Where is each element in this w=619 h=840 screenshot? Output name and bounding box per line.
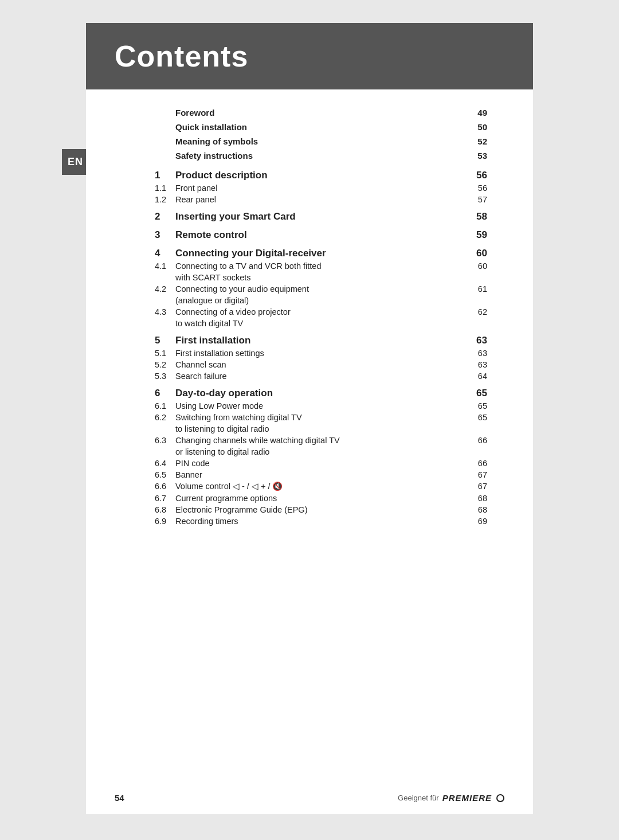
toc-num: 5.3 xyxy=(155,370,175,382)
toc-label: Meaning of symbols xyxy=(175,135,459,147)
toc-page: 56 xyxy=(459,169,487,182)
brand-text: Geeignet für xyxy=(398,794,439,802)
toc-label: Changing channels while watching digital… xyxy=(175,435,459,446)
toc-page: 59 xyxy=(459,228,487,242)
toc-label: Using Low Power mode xyxy=(175,400,459,412)
toc-section-row: 6 Day-to-day operation 65 xyxy=(155,386,487,400)
toc-label: Connecting to a TV and VCR both fitted xyxy=(175,260,459,272)
toc-sub-row: 6.2 Switching from watching digital TV 6… xyxy=(155,412,487,423)
toc-page: 68 xyxy=(459,493,487,504)
page-title: Contents xyxy=(115,40,248,73)
toc-page: 68 xyxy=(459,504,487,515)
toc-label-cont: with SCART sockets xyxy=(175,272,459,283)
toc-label: Banner xyxy=(175,469,459,480)
toc-label-cont: to listening to digital radio xyxy=(175,423,459,435)
toc-sub-row: 6.1 Using Low Power mode 65 xyxy=(155,400,487,412)
toc-sub-row: 1.1 Front panel 56 xyxy=(155,182,487,194)
toc-num xyxy=(155,121,175,133)
toc-label: Inserting your Smart Card xyxy=(175,210,459,224)
toc-num: 6.1 xyxy=(155,400,175,412)
toc-section-row: 2 Inserting your Smart Card 58 xyxy=(155,210,487,224)
toc-num xyxy=(155,135,175,147)
toc-label: Search failure xyxy=(175,370,459,382)
toc-label: Volume control ◁ - / ◁ + / 🔇 xyxy=(175,480,459,493)
toc-label: Front panel xyxy=(175,182,459,194)
toc-page: 49 xyxy=(459,107,487,119)
toc-num: 5.2 xyxy=(155,359,175,370)
toc-label: Electronic Programme Guide (EPG) xyxy=(175,504,459,515)
toc-label: Product description xyxy=(175,169,459,182)
toc-sub-row: 6.4 PIN code 66 xyxy=(155,458,487,469)
toc-label: Foreword xyxy=(175,107,459,119)
footer-page-number: 54 xyxy=(115,793,124,803)
toc-label: Recording timers xyxy=(175,515,459,527)
header-bar: Contents xyxy=(86,23,533,89)
toc-label: Quick installation xyxy=(175,121,459,133)
toc-page: 65 xyxy=(459,400,487,412)
toc-section-row: 5 First installation 63 xyxy=(155,334,487,347)
toc-sub-row: 5.1 First installation settings 63 xyxy=(155,347,487,359)
toc-label: Switching from watching digital TV xyxy=(175,412,459,423)
toc-label: First installation xyxy=(175,334,459,347)
toc-sub-row: 5.2 Channel scan 63 xyxy=(155,359,487,370)
toc-label: Channel scan xyxy=(175,359,459,370)
footer-brand: Geeignet für PREMIERE xyxy=(398,793,504,803)
toc-num xyxy=(155,107,175,119)
toc-num: 1.1 xyxy=(155,182,175,194)
toc-page: 63 xyxy=(459,359,487,370)
toc-page: 60 xyxy=(459,260,487,272)
toc-sub-row-cont: with SCART sockets xyxy=(155,272,487,283)
footer: 54 Geeignet für PREMIERE xyxy=(86,793,533,803)
toc-num: 4.3 xyxy=(155,306,175,318)
toc-num: 3 xyxy=(155,228,175,242)
toc-num: 5 xyxy=(155,334,175,347)
toc-row: Foreword 49 xyxy=(155,107,487,119)
toc-label: Safety instructions xyxy=(175,150,459,162)
toc-label: Rear panel xyxy=(175,194,459,205)
toc-label: PIN code xyxy=(175,458,459,469)
toc-sub-row: 4.1 Connecting to a TV and VCR both fitt… xyxy=(155,260,487,272)
toc-page: 65 xyxy=(459,386,487,400)
toc-num: 2 xyxy=(155,210,175,224)
toc-num: 6.4 xyxy=(155,458,175,469)
toc-content: Foreword 49 Quick installation 50 Meanin… xyxy=(86,89,533,561)
toc-page: 58 xyxy=(459,210,487,224)
toc-num: 6.6 xyxy=(155,480,175,493)
toc-row: Meaning of symbols 52 xyxy=(155,135,487,147)
toc-sub-row: 6.7 Current programme options 68 xyxy=(155,493,487,504)
toc-sub-row: 6.3 Changing channels while watching dig… xyxy=(155,435,487,446)
toc-label: Remote control xyxy=(175,228,459,242)
toc-row: Safety instructions 53 xyxy=(155,150,487,162)
toc-num: 4 xyxy=(155,247,175,260)
toc-page: 56 xyxy=(459,182,487,194)
toc-num: 1 xyxy=(155,169,175,182)
toc-label: Connecting your Digital-receiver xyxy=(175,247,459,260)
toc-page: 66 xyxy=(459,458,487,469)
toc-num: 6.2 xyxy=(155,412,175,423)
toc-label: Day-to-day operation xyxy=(175,386,459,400)
toc-table: Foreword 49 Quick installation 50 Meanin… xyxy=(155,107,487,527)
toc-num: 6.9 xyxy=(155,515,175,527)
toc-sub-row: 5.3 Search failure 64 xyxy=(155,370,487,382)
toc-page: 63 xyxy=(459,347,487,359)
toc-sub-row-cont: (analogue or digital) xyxy=(155,295,487,306)
toc-label: Current programme options xyxy=(175,493,459,504)
toc-sub-row-cont: to listening to digital radio xyxy=(155,423,487,435)
toc-num: 4.1 xyxy=(155,260,175,272)
toc-sub-row: 4.2 Connecting to your audio equipment 6… xyxy=(155,283,487,295)
toc-page: 66 xyxy=(459,435,487,446)
toc-page: 67 xyxy=(459,480,487,493)
toc-section-row: 3 Remote control 59 xyxy=(155,228,487,242)
toc-num: 4.2 xyxy=(155,283,175,295)
toc-section-row: 4 Connecting your Digital-receiver 60 xyxy=(155,247,487,260)
toc-sub-row-cont: or listening to digital radio xyxy=(155,446,487,458)
toc-page: 63 xyxy=(459,334,487,347)
premiere-circle-icon xyxy=(496,794,504,802)
toc-sub-row-cont: to watch digital TV xyxy=(155,318,487,329)
toc-sub-row: 1.2 Rear panel 57 xyxy=(155,194,487,205)
toc-page: 50 xyxy=(459,121,487,133)
toc-label: Connecting of a video projector xyxy=(175,306,459,318)
toc-page: 52 xyxy=(459,135,487,147)
toc-label-cont: (analogue or digital) xyxy=(175,295,459,306)
toc-row: Quick installation 50 xyxy=(155,121,487,133)
